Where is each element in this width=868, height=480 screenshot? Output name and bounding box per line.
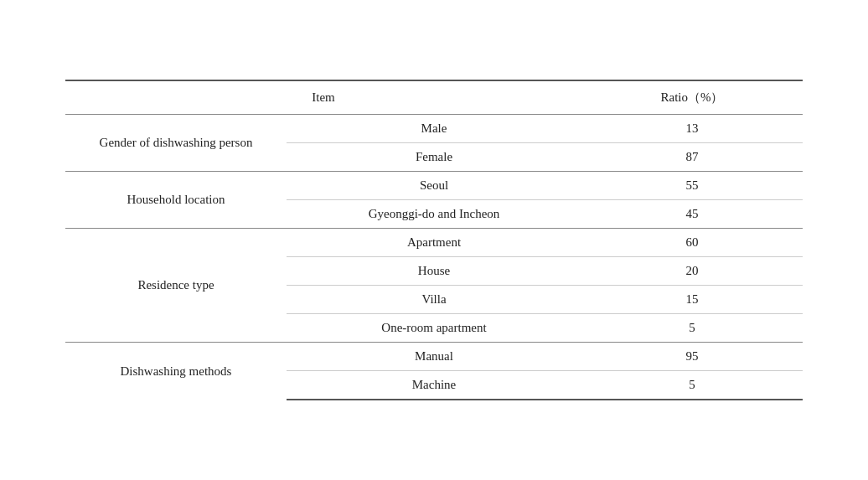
table-row: Household locationSeoul55 bbox=[65, 172, 803, 200]
ratio-cell: 60 bbox=[581, 229, 803, 257]
item-cell: Gyeonggi-do and Incheon bbox=[287, 200, 581, 229]
ratio-cell: 5 bbox=[581, 314, 803, 343]
category-cell: Household location bbox=[65, 172, 287, 229]
item-cell: Apartment bbox=[287, 229, 581, 257]
ratio-cell: 87 bbox=[581, 143, 803, 172]
ratio-cell: 13 bbox=[581, 115, 803, 143]
ratio-cell: 55 bbox=[581, 172, 803, 200]
ratio-cell: 45 bbox=[581, 200, 803, 229]
data-table: Item Ratio（%） Gender of dishwashing pers… bbox=[65, 80, 803, 400]
header-ratio: Ratio（%） bbox=[581, 80, 803, 115]
item-cell: One-room apartment bbox=[287, 314, 581, 343]
item-cell: Villa bbox=[287, 286, 581, 314]
item-cell: Machine bbox=[287, 371, 581, 400]
item-cell: House bbox=[287, 257, 581, 286]
item-cell: Female bbox=[287, 143, 581, 172]
item-cell: Seoul bbox=[287, 172, 581, 200]
item-cell: Manual bbox=[287, 343, 581, 371]
ratio-cell: 95 bbox=[581, 343, 803, 371]
table-row: Residence typeApartment60 bbox=[65, 229, 803, 257]
ratio-cell: 20 bbox=[581, 257, 803, 286]
ratio-cell: 15 bbox=[581, 286, 803, 314]
category-cell: Gender of dishwashing person bbox=[65, 115, 287, 172]
table-row: Dishwashing methodsManual95 bbox=[65, 343, 803, 371]
category-cell: Dishwashing methods bbox=[65, 343, 287, 400]
table-wrapper: Item Ratio（%） Gender of dishwashing pers… bbox=[65, 80, 803, 400]
header-item: Item bbox=[65, 80, 581, 115]
table-row: Gender of dishwashing personMale13 bbox=[65, 115, 803, 143]
item-cell: Male bbox=[287, 115, 581, 143]
ratio-cell: 5 bbox=[581, 371, 803, 400]
category-cell: Residence type bbox=[65, 229, 287, 343]
